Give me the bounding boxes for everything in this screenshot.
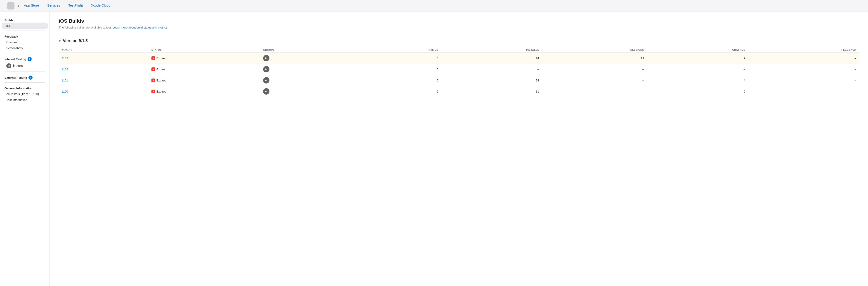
cell-invites-0: 6 xyxy=(353,53,441,64)
internal-testing-header: Internal Testing + xyxy=(0,55,50,62)
group-badge-1: IN xyxy=(263,66,270,73)
cell-sessions-2: – xyxy=(542,75,647,86)
build-link-1[interactable]: 1102 xyxy=(61,68,68,71)
cell-crashes-3: 9 xyxy=(647,86,748,97)
tab-xcode-cloud[interactable]: Xcode Cloud xyxy=(91,3,110,8)
expired-icon-2: ✕ xyxy=(151,79,155,82)
expired-icon-1: ✕ xyxy=(151,67,155,71)
cell-groups-3: IN xyxy=(260,86,353,97)
group-badge-0: IN xyxy=(263,55,270,61)
col-installs: INSTALLS xyxy=(441,47,542,53)
col-status: STATUS xyxy=(149,47,260,53)
status-text-2: Expired xyxy=(156,79,166,82)
nav-tabs: App Store Services TestFlight Xcode Clou… xyxy=(24,3,110,8)
sidebar-item-test-info[interactable]: Test Information xyxy=(2,97,48,103)
feedback-section-label: Feedback xyxy=(0,33,50,39)
sidebar-divider-4 xyxy=(4,82,45,83)
page-title: iOS Builds xyxy=(59,18,859,24)
build-link-0[interactable]: 1103 xyxy=(61,57,68,60)
cell-build-3: 1100 xyxy=(59,86,149,97)
tab-services[interactable]: Services xyxy=(47,3,60,8)
sidebar-divider-2 xyxy=(4,53,45,53)
sidebar-item-crashes[interactable]: Crashes xyxy=(2,39,48,45)
tab-testflight[interactable]: TestFlight xyxy=(68,3,83,8)
status-text-1: Expired xyxy=(156,68,166,71)
cell-sessions-3: – xyxy=(542,86,647,97)
top-nav: ∨ App Store Services TestFlight Xcode Cl… xyxy=(0,0,868,12)
cell-feedback-1: – xyxy=(748,64,859,75)
table-row[interactable]: 1102 ✕ Expired IN 6 – – – – xyxy=(59,64,859,75)
cell-installs-2: 24 xyxy=(441,75,542,86)
sidebar-item-all-testers[interactable]: All Testers (12 of 10,100) xyxy=(2,91,48,97)
col-crashes: CRASHES xyxy=(647,47,748,53)
group-badge-3: IN xyxy=(263,88,270,94)
add-internal-group-button[interactable]: + xyxy=(28,57,32,61)
sidebar-item-internal-group[interactable]: IN internal xyxy=(2,62,48,69)
cell-crashes-1: – xyxy=(647,64,748,75)
cell-installs-3: 11 xyxy=(441,86,542,97)
general-info-label: General Information xyxy=(0,84,50,91)
cell-installs-0: 14 xyxy=(441,53,542,64)
sidebar-item-ios[interactable]: iOS xyxy=(2,23,48,29)
cell-build-2: 1101 xyxy=(59,75,149,86)
layout: Builds iOS Feedback Crashes Screenshots … xyxy=(0,12,868,286)
col-invites: INVITES xyxy=(353,47,441,53)
sidebar-divider-3 xyxy=(4,71,45,72)
page-subtitle: The following builds are available to te… xyxy=(59,26,859,29)
internal-group-name: internal xyxy=(13,64,24,68)
col-build: BUILD ∨ xyxy=(59,47,149,53)
learn-more-link[interactable]: Learn more about build status and metric… xyxy=(113,26,168,29)
table-row[interactable]: 1103 ✕ Expired IN 6 14 19 9 – xyxy=(59,53,859,64)
external-testing-label: External Testing xyxy=(4,76,27,79)
table-row[interactable]: 1100 ✕ Expired IN 6 11 – 9 – xyxy=(59,86,859,97)
version-header: ∨ Version 9.1.3 xyxy=(59,38,859,43)
build-link-3[interactable]: 1100 xyxy=(61,90,68,93)
group-badge-2: IN xyxy=(263,77,270,84)
cell-feedback-3: – xyxy=(748,86,859,97)
col-feedback: FEEDBACK xyxy=(748,47,859,53)
cell-invites-3: 6 xyxy=(353,86,441,97)
cell-status-3: ✕ Expired xyxy=(149,86,260,97)
external-testing-header: External Testing + xyxy=(0,73,50,81)
version-label: Version 9.1.3 xyxy=(63,38,88,43)
expired-icon-0: ✕ xyxy=(151,56,155,60)
tab-app-store[interactable]: App Store xyxy=(24,3,39,8)
cell-build-1: 1102 xyxy=(59,64,149,75)
cell-invites-1: 6 xyxy=(353,64,441,75)
internal-testing-label: Internal Testing xyxy=(4,57,26,61)
table-header-row: BUILD ∨ STATUS GROUPS INVITES INSTALLS S… xyxy=(59,47,859,53)
cell-crashes-0: 9 xyxy=(647,53,748,64)
status-text-0: Expired xyxy=(156,57,166,60)
cell-sessions-0: 19 xyxy=(542,53,647,64)
internal-group-badge: IN xyxy=(6,63,11,68)
nav-chevron-icon[interactable]: ∨ xyxy=(17,4,20,7)
app-logo xyxy=(7,2,14,9)
cell-sessions-1: – xyxy=(542,64,647,75)
cell-groups-2: IN xyxy=(260,75,353,86)
cell-build-0: 1103 xyxy=(59,53,149,64)
section-divider xyxy=(59,34,859,34)
version-chevron-icon[interactable]: ∨ xyxy=(59,39,61,42)
cell-crashes-2: 4 xyxy=(647,75,748,86)
cell-invites-2: 6 xyxy=(353,75,441,86)
main-content: iOS Builds The following builds are avai… xyxy=(50,12,868,286)
sidebar-item-screenshots[interactable]: Screenshots xyxy=(2,45,48,51)
expired-icon-3: ✕ xyxy=(151,90,155,93)
cell-feedback-0: – xyxy=(748,53,859,64)
builds-section-label: Builds xyxy=(0,16,50,23)
add-external-group-button[interactable]: + xyxy=(29,76,33,80)
col-groups: GROUPS xyxy=(260,47,353,53)
cell-groups-1: IN xyxy=(260,64,353,75)
builds-table: BUILD ∨ STATUS GROUPS INVITES INSTALLS S… xyxy=(59,47,859,97)
status-text-3: Expired xyxy=(156,90,166,93)
build-link-2[interactable]: 1101 xyxy=(61,79,68,82)
cell-groups-0: IN xyxy=(260,53,353,64)
cell-status-0: ✕ Expired xyxy=(149,53,260,64)
cell-status-2: ✕ Expired xyxy=(149,75,260,86)
cell-installs-1: – xyxy=(441,64,542,75)
cell-status-1: ✕ Expired xyxy=(149,64,260,75)
cell-feedback-2: – xyxy=(748,75,859,86)
table-row[interactable]: 1101 ✕ Expired IN 6 24 – 4 – xyxy=(59,75,859,86)
col-sessions: SESSIONS xyxy=(542,47,647,53)
sidebar: Builds iOS Feedback Crashes Screenshots … xyxy=(0,12,50,286)
